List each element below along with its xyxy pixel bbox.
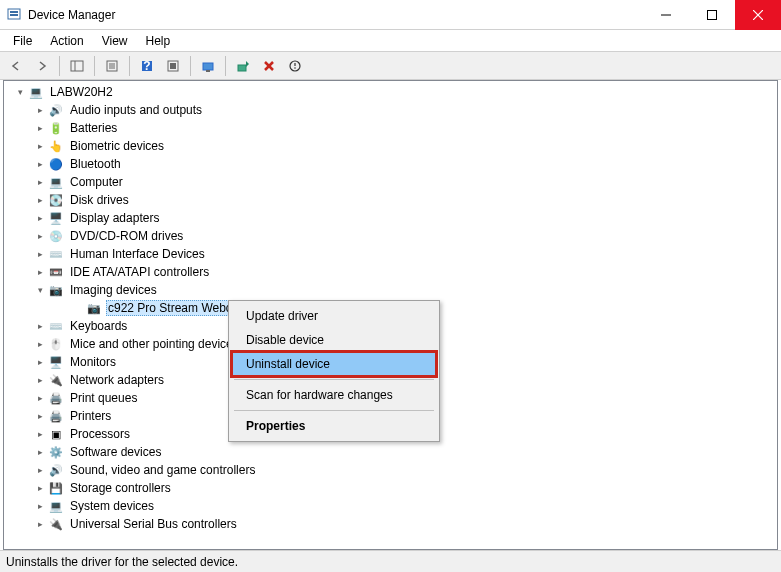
device-icon: 📷 bbox=[86, 300, 102, 316]
expand-arrow-icon[interactable]: ▸ bbox=[34, 158, 46, 170]
show-hide-tree-button[interactable] bbox=[65, 54, 89, 78]
tree-category-label: Storage controllers bbox=[68, 481, 173, 495]
help-button[interactable]: ? bbox=[135, 54, 159, 78]
svg-rect-16 bbox=[170, 63, 176, 69]
expand-arrow-icon[interactable]: ▸ bbox=[34, 140, 46, 152]
device-category-icon: 🔋 bbox=[48, 120, 64, 136]
tree-category-label: Bluetooth bbox=[68, 157, 123, 171]
action-button[interactable] bbox=[161, 54, 185, 78]
forward-button[interactable] bbox=[30, 54, 54, 78]
maximize-button[interactable] bbox=[689, 0, 735, 30]
uninstall-button[interactable] bbox=[257, 54, 281, 78]
tree-category-label: System devices bbox=[68, 499, 156, 513]
tree-category-label: Keyboards bbox=[68, 319, 129, 333]
context-menu: Update driver Disable device Uninstall d… bbox=[228, 300, 440, 442]
expand-arrow-icon[interactable]: ▸ bbox=[34, 266, 46, 278]
update-driver-button[interactable] bbox=[231, 54, 255, 78]
device-category-icon: 💻 bbox=[48, 498, 64, 514]
device-category-icon: ⌨️ bbox=[48, 318, 64, 334]
scan-hardware-button[interactable] bbox=[196, 54, 220, 78]
tree-category-label: Mice and other pointing devices bbox=[68, 337, 241, 351]
expand-arrow-icon[interactable]: ▸ bbox=[34, 194, 46, 206]
expand-arrow-icon[interactable]: ▸ bbox=[34, 248, 46, 260]
expand-arrow-icon[interactable]: ▸ bbox=[34, 176, 46, 188]
disable-button[interactable] bbox=[283, 54, 307, 78]
expand-arrow-icon[interactable]: ▸ bbox=[34, 446, 46, 458]
app-icon bbox=[6, 7, 22, 23]
menu-help[interactable]: Help bbox=[137, 32, 180, 50]
context-update-driver[interactable]: Update driver bbox=[232, 304, 436, 328]
device-category-icon: 💻 bbox=[48, 174, 64, 190]
expand-arrow-icon[interactable]: ▸ bbox=[34, 410, 46, 422]
expand-arrow-icon[interactable]: ▸ bbox=[34, 482, 46, 494]
tree-root-node[interactable]: ▾ 💻 LABW20H2 bbox=[8, 83, 777, 101]
tree-category[interactable]: ▸🔋Batteries bbox=[28, 119, 777, 137]
toolbar-separator bbox=[225, 56, 226, 76]
expand-arrow-icon[interactable]: ▸ bbox=[34, 104, 46, 116]
statusbar: Uninstalls the driver for the selected d… bbox=[0, 550, 781, 572]
expand-arrow-icon[interactable]: ▸ bbox=[34, 122, 46, 134]
device-category-icon: 🖱️ bbox=[48, 336, 64, 352]
expand-arrow-icon[interactable]: ▸ bbox=[34, 518, 46, 530]
svg-rect-1 bbox=[10, 11, 18, 13]
svg-rect-18 bbox=[206, 70, 210, 72]
tree-category-label: Biometric devices bbox=[68, 139, 166, 153]
tree-category-label: Network adapters bbox=[68, 373, 166, 387]
tree-category-label: Computer bbox=[68, 175, 125, 189]
tree-category[interactable]: ▸💻Computer bbox=[28, 173, 777, 191]
tree-category-label: Display adapters bbox=[68, 211, 161, 225]
expand-arrow-icon[interactable]: ▸ bbox=[34, 212, 46, 224]
expand-arrow-icon[interactable]: ▸ bbox=[34, 230, 46, 242]
tree-category[interactable]: ▸💽Disk drives bbox=[28, 191, 777, 209]
tree-category[interactable]: ▸🔵Bluetooth bbox=[28, 155, 777, 173]
menu-view[interactable]: View bbox=[93, 32, 137, 50]
tree-category[interactable]: ▾📷Imaging devices bbox=[28, 281, 777, 299]
svg-rect-7 bbox=[71, 61, 83, 71]
tree-category-label: Universal Serial Bus controllers bbox=[68, 517, 239, 531]
close-button[interactable] bbox=[735, 0, 781, 30]
tree-category[interactable]: ▸💾Storage controllers bbox=[28, 479, 777, 497]
tree-category[interactable]: ▸⌨️Human Interface Devices bbox=[28, 245, 777, 263]
computer-icon: 💻 bbox=[28, 84, 44, 100]
properties-button[interactable] bbox=[100, 54, 124, 78]
tree-category[interactable]: ▸💿DVD/CD-ROM drives bbox=[28, 227, 777, 245]
expand-arrow-icon[interactable]: ▸ bbox=[34, 338, 46, 350]
context-scan-hardware[interactable]: Scan for hardware changes bbox=[232, 383, 436, 407]
menu-file[interactable]: File bbox=[4, 32, 41, 50]
expand-arrow-icon[interactable]: ▸ bbox=[34, 500, 46, 512]
context-properties[interactable]: Properties bbox=[232, 414, 436, 438]
tree-category-label: Batteries bbox=[68, 121, 119, 135]
status-text: Uninstalls the driver for the selected d… bbox=[6, 555, 238, 569]
tree-category[interactable]: ▸⚙️Software devices bbox=[28, 443, 777, 461]
expand-arrow-icon[interactable]: ▸ bbox=[34, 428, 46, 440]
context-uninstall-device[interactable]: Uninstall device bbox=[232, 352, 436, 376]
tree-category[interactable]: ▸🔌Universal Serial Bus controllers bbox=[28, 515, 777, 533]
expand-arrow-icon[interactable]: ▸ bbox=[34, 356, 46, 368]
back-button[interactable] bbox=[4, 54, 28, 78]
tree-category[interactable]: ▸🖥️Display adapters bbox=[28, 209, 777, 227]
expand-arrow-icon[interactable]: ▸ bbox=[34, 392, 46, 404]
context-disable-device[interactable]: Disable device bbox=[232, 328, 436, 352]
tree-category[interactable]: ▸🔊Audio inputs and outputs bbox=[28, 101, 777, 119]
device-category-icon: 🔌 bbox=[48, 516, 64, 532]
expand-arrow-icon[interactable]: ▸ bbox=[34, 320, 46, 332]
tree-category[interactable]: ▸💻System devices bbox=[28, 497, 777, 515]
tree-category[interactable]: ▸🔊Sound, video and game controllers bbox=[28, 461, 777, 479]
device-category-icon: 🔊 bbox=[48, 102, 64, 118]
tree-category-label: Audio inputs and outputs bbox=[68, 103, 204, 117]
minimize-button[interactable] bbox=[643, 0, 689, 30]
svg-rect-4 bbox=[708, 10, 717, 19]
expand-arrow-icon[interactable]: ▸ bbox=[34, 464, 46, 476]
toolbar-separator bbox=[59, 56, 60, 76]
menu-action[interactable]: Action bbox=[41, 32, 92, 50]
titlebar: Device Manager bbox=[0, 0, 781, 30]
tree-category-label: Printers bbox=[68, 409, 113, 423]
device-category-icon: 🔊 bbox=[48, 462, 64, 478]
expand-arrow-icon[interactable]: ▸ bbox=[34, 374, 46, 386]
tree-category[interactable]: ▸📼IDE ATA/ATAPI controllers bbox=[28, 263, 777, 281]
collapse-arrow-icon[interactable]: ▾ bbox=[34, 284, 46, 296]
tree-category[interactable]: ▸👆Biometric devices bbox=[28, 137, 777, 155]
device-category-icon: 🖥️ bbox=[48, 210, 64, 226]
device-category-icon: 👆 bbox=[48, 138, 64, 154]
expand-arrow-icon[interactable]: ▾ bbox=[14, 86, 26, 98]
